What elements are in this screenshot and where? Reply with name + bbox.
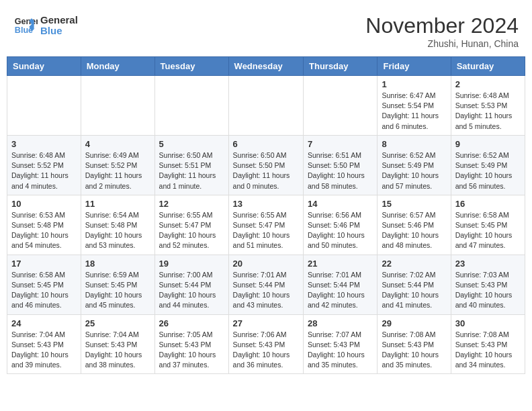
- day-info: Sunrise: 6:57 AM Sunset: 5:46 PM Dayligh…: [382, 210, 446, 251]
- calendar-cell: 18Sunrise: 6:59 AM Sunset: 5:45 PM Dayli…: [81, 255, 154, 314]
- calendar-cell: 16Sunrise: 6:58 AM Sunset: 5:45 PM Dayli…: [451, 195, 525, 255]
- day-info: Sunrise: 7:01 AM Sunset: 5:44 PM Dayligh…: [233, 270, 299, 311]
- day-number: 24: [11, 318, 77, 328]
- day-info: Sunrise: 7:08 AM Sunset: 5:43 PM Dayligh…: [382, 330, 446, 371]
- day-number: 27: [233, 318, 299, 328]
- weekday-header-thursday: Thursday: [304, 57, 378, 76]
- page-header: General Blue General Blue November 2024 …: [7, 7, 525, 52]
- day-number: 18: [85, 259, 150, 269]
- day-number: 11: [85, 199, 150, 209]
- day-number: 16: [455, 199, 521, 209]
- calendar-cell: [154, 76, 228, 136]
- day-number: 14: [308, 199, 373, 209]
- day-number: 13: [233, 199, 299, 209]
- day-info: Sunrise: 6:48 AM Sunset: 5:52 PM Dayligh…: [11, 150, 77, 191]
- calendar-cell: 28Sunrise: 7:07 AM Sunset: 5:43 PM Dayli…: [304, 314, 378, 374]
- calendar-cell: 13Sunrise: 6:55 AM Sunset: 5:47 PM Dayli…: [228, 195, 303, 255]
- day-info: Sunrise: 6:55 AM Sunset: 5:47 PM Dayligh…: [159, 210, 224, 251]
- calendar-cell: 12Sunrise: 6:55 AM Sunset: 5:47 PM Dayli…: [154, 195, 228, 255]
- weekday-header-saturday: Saturday: [451, 57, 525, 76]
- calendar-table: SundayMondayTuesdayWednesdayThursdayFrid…: [7, 56, 525, 374]
- weekday-header-tuesday: Tuesday: [154, 57, 228, 76]
- calendar-cell: 30Sunrise: 7:08 AM Sunset: 5:43 PM Dayli…: [451, 314, 525, 374]
- day-number: 20: [233, 259, 299, 269]
- calendar-week-5: 24Sunrise: 7:04 AM Sunset: 5:43 PM Dayli…: [7, 314, 525, 374]
- day-info: Sunrise: 7:06 AM Sunset: 5:43 PM Dayligh…: [233, 330, 299, 371]
- day-number: 17: [11, 259, 77, 269]
- day-number: 1: [382, 79, 446, 89]
- month-title: November 2024: [365, 13, 519, 38]
- calendar-cell: 25Sunrise: 7:04 AM Sunset: 5:43 PM Dayli…: [81, 314, 154, 374]
- day-number: 26: [159, 318, 224, 328]
- day-number: 6: [233, 139, 299, 149]
- day-info: Sunrise: 6:51 AM Sunset: 5:50 PM Dayligh…: [308, 150, 373, 191]
- calendar-cell: 8Sunrise: 6:52 AM Sunset: 5:49 PM Daylig…: [378, 135, 451, 195]
- day-info: Sunrise: 7:04 AM Sunset: 5:43 PM Dayligh…: [85, 330, 150, 371]
- day-info: Sunrise: 6:53 AM Sunset: 5:48 PM Dayligh…: [11, 210, 77, 251]
- calendar-cell: 17Sunrise: 6:58 AM Sunset: 5:45 PM Dayli…: [7, 255, 81, 314]
- logo: General Blue General Blue: [13, 13, 78, 38]
- calendar-cell: [304, 76, 378, 136]
- calendar-cell: 4Sunrise: 6:49 AM Sunset: 5:52 PM Daylig…: [81, 135, 154, 195]
- day-number: 5: [159, 139, 224, 149]
- day-number: 15: [382, 199, 446, 209]
- calendar-cell: 26Sunrise: 7:05 AM Sunset: 5:43 PM Dayli…: [154, 314, 228, 374]
- calendar-cell: 7Sunrise: 6:51 AM Sunset: 5:50 PM Daylig…: [304, 135, 378, 195]
- day-number: 22: [382, 259, 446, 269]
- day-info: Sunrise: 7:04 AM Sunset: 5:43 PM Dayligh…: [11, 330, 77, 371]
- day-info: Sunrise: 6:52 AM Sunset: 5:49 PM Dayligh…: [455, 150, 521, 191]
- day-info: Sunrise: 6:48 AM Sunset: 5:53 PM Dayligh…: [455, 91, 521, 132]
- day-number: 2: [455, 79, 521, 89]
- calendar-cell: 23Sunrise: 7:03 AM Sunset: 5:43 PM Dayli…: [451, 255, 525, 314]
- calendar-week-4: 17Sunrise: 6:58 AM Sunset: 5:45 PM Dayli…: [7, 255, 525, 314]
- day-info: Sunrise: 6:52 AM Sunset: 5:49 PM Dayligh…: [382, 150, 446, 191]
- day-info: Sunrise: 6:58 AM Sunset: 5:45 PM Dayligh…: [455, 210, 521, 251]
- calendar-cell: 2Sunrise: 6:48 AM Sunset: 5:53 PM Daylig…: [451, 76, 525, 136]
- day-info: Sunrise: 6:58 AM Sunset: 5:45 PM Dayligh…: [11, 270, 77, 311]
- calendar-cell: 6Sunrise: 6:50 AM Sunset: 5:50 PM Daylig…: [228, 135, 303, 195]
- day-info: Sunrise: 7:02 AM Sunset: 5:44 PM Dayligh…: [382, 270, 446, 311]
- day-info: Sunrise: 6:54 AM Sunset: 5:48 PM Dayligh…: [85, 210, 150, 251]
- day-number: 28: [308, 318, 373, 328]
- weekday-header-friday: Friday: [378, 57, 451, 76]
- day-number: 12: [159, 199, 224, 209]
- title-block: November 2024 Zhushi, Hunan, China: [365, 13, 519, 49]
- day-info: Sunrise: 7:01 AM Sunset: 5:44 PM Dayligh…: [308, 270, 373, 311]
- weekday-header-sunday: Sunday: [7, 57, 81, 76]
- day-number: 7: [308, 139, 373, 149]
- day-number: 19: [159, 259, 224, 269]
- day-number: 4: [85, 139, 150, 149]
- calendar-cell: 3Sunrise: 6:48 AM Sunset: 5:52 PM Daylig…: [7, 135, 81, 195]
- calendar-cell: 24Sunrise: 7:04 AM Sunset: 5:43 PM Dayli…: [7, 314, 81, 374]
- calendar-cell: 19Sunrise: 7:00 AM Sunset: 5:44 PM Dayli…: [154, 255, 228, 314]
- day-info: Sunrise: 6:49 AM Sunset: 5:52 PM Dayligh…: [85, 150, 150, 191]
- day-number: 3: [11, 139, 77, 149]
- day-info: Sunrise: 6:50 AM Sunset: 5:51 PM Dayligh…: [159, 150, 224, 191]
- day-number: 8: [382, 139, 446, 149]
- calendar-cell: [228, 76, 303, 136]
- day-info: Sunrise: 6:50 AM Sunset: 5:50 PM Dayligh…: [233, 150, 299, 191]
- day-number: 30: [455, 318, 521, 328]
- calendar-header-row: SundayMondayTuesdayWednesdayThursdayFrid…: [7, 57, 525, 76]
- calendar-cell: 21Sunrise: 7:01 AM Sunset: 5:44 PM Dayli…: [304, 255, 378, 314]
- calendar-cell: 11Sunrise: 6:54 AM Sunset: 5:48 PM Dayli…: [81, 195, 154, 255]
- calendar-cell: 29Sunrise: 7:08 AM Sunset: 5:43 PM Dayli…: [378, 314, 451, 374]
- day-info: Sunrise: 7:05 AM Sunset: 5:43 PM Dayligh…: [159, 330, 224, 371]
- calendar-cell: 20Sunrise: 7:01 AM Sunset: 5:44 PM Dayli…: [228, 255, 303, 314]
- day-number: 9: [455, 139, 521, 149]
- calendar-cell: [7, 76, 81, 136]
- day-info: Sunrise: 7:07 AM Sunset: 5:43 PM Dayligh…: [308, 330, 373, 371]
- calendar-cell: 5Sunrise: 6:50 AM Sunset: 5:51 PM Daylig…: [154, 135, 228, 195]
- day-number: 21: [308, 259, 373, 269]
- calendar-cell: [81, 76, 154, 136]
- calendar-cell: 27Sunrise: 7:06 AM Sunset: 5:43 PM Dayli…: [228, 314, 303, 374]
- calendar-cell: 15Sunrise: 6:57 AM Sunset: 5:46 PM Dayli…: [378, 195, 451, 255]
- calendar-cell: 14Sunrise: 6:56 AM Sunset: 5:46 PM Dayli…: [304, 195, 378, 255]
- calendar-week-2: 3Sunrise: 6:48 AM Sunset: 5:52 PM Daylig…: [7, 135, 525, 195]
- day-info: Sunrise: 7:00 AM Sunset: 5:44 PM Dayligh…: [159, 270, 224, 311]
- calendar-cell: 10Sunrise: 6:53 AM Sunset: 5:48 PM Dayli…: [7, 195, 81, 255]
- day-info: Sunrise: 6:56 AM Sunset: 5:46 PM Dayligh…: [308, 210, 373, 251]
- day-number: 25: [85, 318, 150, 328]
- day-number: 29: [382, 318, 446, 328]
- calendar-cell: 1Sunrise: 6:47 AM Sunset: 5:54 PM Daylig…: [378, 76, 451, 136]
